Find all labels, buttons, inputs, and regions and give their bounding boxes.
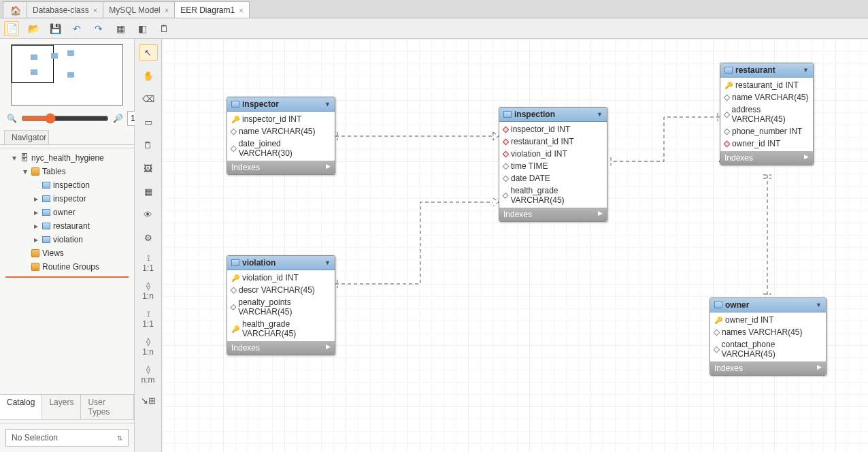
hand-tool[interactable]: ✋ — [139, 67, 158, 84]
rel-existing-tool[interactable]: ↘⊞ — [139, 392, 158, 408]
table-tool[interactable]: ▦ — [139, 183, 158, 199]
entity-violation[interactable]: violation▼ violation_id INTdescr VARCHAR… — [227, 255, 335, 355]
views-node[interactable]: Views — [0, 246, 134, 260]
undo-button[interactable]: ↶ — [69, 21, 84, 36]
column-row[interactable]: name VARCHAR(45) — [720, 91, 813, 103]
rel-1-1-dashed-tool[interactable]: ⟟1:1 — [139, 253, 158, 274]
column-row[interactable]: contact_phone VARCHAR(45) — [710, 338, 826, 360]
column-row[interactable]: phone_number INT — [720, 125, 813, 138]
column-row[interactable]: descr VARCHAR(45) — [227, 284, 335, 296]
indexes-row[interactable]: Indexes▶ — [499, 208, 607, 221]
tables-node[interactable]: ▾Tables — [0, 165, 134, 178]
column-row[interactable]: health_grade VARCHAR(45) — [227, 318, 335, 340]
image-tool[interactable]: 🖼 — [139, 160, 158, 176]
zoom-out-icon[interactable]: 🔍 — [7, 114, 17, 123]
new-file-button[interactable]: 📄 — [4, 21, 19, 36]
column-row[interactable]: restaurant_id INT — [720, 79, 813, 91]
column-row[interactable]: inspector_id INT — [227, 113, 335, 125]
entity-inspector[interactable]: inspector▼ inspector_id INTname VARCHAR(… — [227, 97, 335, 175]
rel-1-1-solid-tool[interactable]: ⟟1:1 — [139, 308, 158, 329]
selection-combo[interactable]: No Selection⇅ — [5, 429, 129, 447]
minimap-viewport[interactable] — [12, 45, 54, 83]
table-node-restaurant[interactable]: ▸restaurant — [0, 219, 134, 233]
entity-header[interactable]: restaurant▼ — [720, 63, 813, 78]
entity-inspection[interactable]: inspection▼ inspector_id INTrestaurant_i… — [499, 107, 607, 222]
open-button[interactable]: 📂 — [26, 21, 41, 36]
view-tool[interactable]: 👁 — [139, 206, 158, 223]
zoom-slider[interactable] — [21, 113, 109, 124]
eraser-tool[interactable]: ⌫ — [139, 91, 158, 107]
catalog-tab-user-types[interactable]: User Types — [81, 395, 134, 419]
column-row[interactable]: address VARCHAR(45) — [720, 103, 813, 125]
column-row[interactable]: violation_id INT — [499, 148, 607, 160]
notes-button[interactable]: 🗒 — [156, 21, 171, 36]
column-row[interactable]: inspector_id INT — [499, 123, 607, 135]
table-node-inspector[interactable]: ▸inspector — [0, 192, 134, 206]
pane-divider[interactable] — [0, 419, 134, 423]
tab-mysql-model[interactable]: MySQL Model× — [103, 1, 174, 18]
routines-node[interactable]: Routine Groups — [0, 260, 134, 274]
redo-button[interactable]: ↷ — [91, 21, 106, 36]
entity-header[interactable]: inspection▼ — [499, 108, 607, 122]
expand-icon[interactable]: ▸ — [33, 194, 39, 204]
close-icon[interactable]: × — [93, 6, 97, 14]
chevron-down-icon[interactable]: ▼ — [816, 302, 822, 308]
note-tool[interactable]: 🗒 — [139, 137, 158, 153]
save-button[interactable]: 💾 — [48, 21, 63, 36]
tab-eer-diagram[interactable]: EER Diagram1× — [174, 1, 249, 18]
table-node-owner[interactable]: ▸owner — [0, 206, 134, 219]
table-node-violation[interactable]: ▸violation — [0, 233, 134, 246]
catalog-tab-catalog[interactable]: Catalog — [0, 395, 42, 419]
rel-n-m-tool[interactable]: ⟠n:m — [139, 364, 158, 385]
grid-button[interactable]: ▦ — [113, 21, 128, 36]
table-node-inspection[interactable]: inspection — [0, 178, 134, 192]
column-row[interactable]: restaurant_id INT — [499, 135, 607, 148]
tab-database-class[interactable]: Database-class× — [27, 1, 103, 18]
catalog-tab-layers[interactable]: Layers — [42, 395, 81, 419]
entity-owner[interactable]: owner▼ owner_id INTnames VARCHAR(45)cont… — [710, 297, 827, 376]
chevron-down-icon[interactable]: ▼ — [597, 111, 603, 118]
column-row[interactable]: penalty_points VARCHAR(45) — [227, 296, 335, 318]
indexes-row[interactable]: Indexes▶ — [710, 361, 826, 375]
minimap[interactable] — [11, 44, 123, 106]
rel-1-n-solid-tool[interactable]: ⟠1:n — [139, 336, 158, 357]
column-row[interactable]: date DATE — [499, 172, 607, 184]
close-icon[interactable]: × — [239, 6, 243, 14]
column-row[interactable]: owner_id INT — [720, 138, 813, 150]
entity-header[interactable]: violation▼ — [227, 256, 335, 270]
chevron-down-icon[interactable]: ▼ — [324, 259, 331, 266]
chevron-down-icon[interactable]: ▼ — [803, 67, 809, 74]
expand-icon[interactable]: ▾ — [22, 167, 29, 176]
expand-icon[interactable]: ▸ — [33, 208, 39, 217]
indexes-row[interactable]: Indexes▶ — [720, 151, 813, 165]
indexes-row[interactable]: Indexes▶ — [227, 161, 335, 174]
entity-header[interactable]: owner▼ — [710, 298, 826, 312]
layer-tool[interactable]: ▭ — [139, 114, 158, 130]
column-row[interactable]: violation_id INT — [227, 272, 335, 284]
routine-tool[interactable]: ⚙ — [139, 229, 158, 246]
zoom-in-icon[interactable]: 🔎 — [113, 114, 123, 123]
column-row[interactable]: time TIME — [499, 160, 607, 172]
align-button[interactable]: ◧ — [135, 21, 150, 36]
chevron-down-icon[interactable]: ▼ — [324, 101, 331, 108]
entity-restaurant[interactable]: restaurant▼ restaurant_id INTname VARCHA… — [720, 63, 814, 165]
pointer-tool[interactable]: ↖ — [139, 44, 158, 61]
diagram-canvas[interactable]: inspector▼ inspector_id INTname VARCHAR(… — [162, 39, 868, 452]
expand-icon[interactable]: ▸ — [33, 221, 39, 231]
home-tab[interactable] — [3, 1, 27, 18]
rel-1-n-dashed-tool[interactable]: ⟠1:n — [139, 280, 158, 302]
column-row[interactable]: name VARCHAR(45) — [227, 125, 335, 138]
column-row[interactable]: owner_id INT — [710, 314, 826, 326]
indexes-row[interactable]: Indexes▶ — [227, 341, 335, 355]
entity-header[interactable]: inspector▼ — [227, 97, 335, 112]
schema-node[interactable]: ▾nyc_health_hygiene — [0, 151, 134, 165]
column-row[interactable]: names VARCHAR(45) — [710, 326, 826, 338]
navigator-tab[interactable]: Navigator — [4, 130, 49, 144]
expand-icon[interactable]: ▾ — [11, 153, 18, 163]
canvas-area[interactable]: inspector▼ inspector_id INTname VARCHAR(… — [162, 39, 868, 452]
column-row[interactable]: health_grade VARCHAR(45) — [499, 184, 607, 206]
expand-icon[interactable]: ▸ — [33, 235, 39, 244]
entity-columns: restaurant_id INTname VARCHAR(45)address… — [720, 78, 813, 151]
column-row[interactable]: date_joined VARCHAR(30) — [227, 138, 335, 159]
close-icon[interactable]: × — [165, 6, 169, 14]
